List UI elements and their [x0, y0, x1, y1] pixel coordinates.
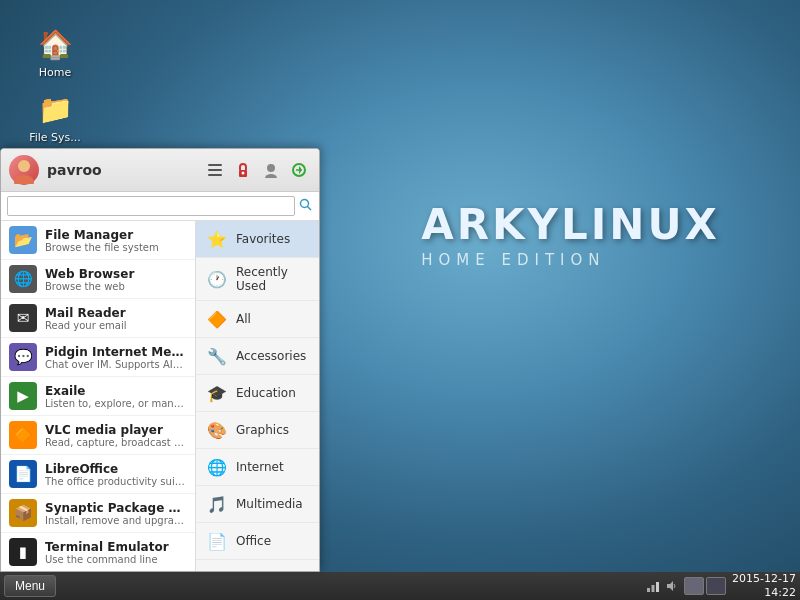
internet-icon: 🌐	[206, 456, 228, 478]
menu-body: 📂 File Manager Browse the file system 🌐 …	[1, 221, 319, 571]
all-icon: 🔶	[206, 308, 228, 330]
filesystem-label: File Sys...	[29, 131, 81, 144]
pidgin-icon: 💬	[9, 343, 37, 371]
start-button[interactable]: Menu	[4, 575, 56, 597]
web-browser-info: Web Browser Browse the web	[45, 267, 187, 292]
start-menu: pavroo	[0, 148, 320, 572]
terminal-info: Terminal Emulator Use the command line	[45, 540, 187, 565]
desktop: 🏠 Home 📁 File Sys... 🗑 Trash ARKYLINUX H…	[0, 0, 800, 600]
menu-search-bar	[1, 192, 319, 221]
svg-rect-2	[208, 164, 222, 166]
network-icon	[646, 579, 660, 593]
svg-point-7	[267, 164, 275, 172]
svg-point-6	[242, 172, 245, 175]
menu-header-icons	[203, 158, 311, 182]
taskbar-datetime: 2015-12-17 14:22	[732, 572, 796, 600]
svg-rect-3	[208, 169, 222, 171]
education-label: Education	[236, 386, 296, 400]
web-browser-icon: 🌐	[9, 265, 37, 293]
svg-point-1	[14, 175, 34, 184]
file-manager-desc: Browse the file system	[45, 242, 187, 253]
taskbar-btn-2[interactable]	[706, 577, 726, 595]
vlc-name: VLC media player	[45, 423, 187, 437]
terminal-desc: Use the command line	[45, 554, 187, 565]
logout-icon[interactable]	[287, 158, 311, 182]
mail-reader-icon: ✉	[9, 304, 37, 332]
app-item-file-manager[interactable]: 📂 File Manager Browse the file system	[1, 221, 195, 260]
cat-item-accessories[interactable]: 🔧 Accessories	[196, 338, 319, 375]
app-item-web-browser[interactable]: 🌐 Web Browser Browse the web	[1, 260, 195, 299]
synaptic-desc: Install, remove and upgrade...	[45, 515, 187, 526]
menu-settings-icon[interactable]	[203, 158, 227, 182]
web-browser-name: Web Browser	[45, 267, 187, 281]
cat-item-office[interactable]: 📄 Office	[196, 523, 319, 560]
taskbar-window-buttons	[684, 577, 726, 595]
pidgin-name: Pidgin Internet Messenger	[45, 345, 187, 359]
app-item-libreoffice[interactable]: 📄 LibreOffice The office productivity su…	[1, 455, 195, 494]
exaile-info: Exaile Listen to, explore, or manag...	[45, 384, 187, 409]
app-list: 📂 File Manager Browse the file system 🌐 …	[1, 221, 196, 571]
vlc-info: VLC media player Read, capture, broadcas…	[45, 423, 187, 448]
cat-item-all[interactable]: 🔶 All	[196, 301, 319, 338]
file-manager-info: File Manager Browse the file system	[45, 228, 187, 253]
lock-icon[interactable]	[231, 158, 255, 182]
synaptic-icon: 📦	[9, 499, 37, 527]
exaile-name: Exaile	[45, 384, 187, 398]
svg-rect-13	[652, 585, 655, 592]
svg-point-10	[301, 199, 309, 207]
libreoffice-name: LibreOffice	[45, 462, 187, 476]
svg-point-8	[265, 174, 277, 178]
accessories-label: Accessories	[236, 349, 306, 363]
favorites-icon: ⭐	[206, 228, 228, 250]
taskbar-right: 2015-12-17 14:22	[646, 572, 796, 600]
office-icon: 📄	[206, 530, 228, 552]
speaker-icon	[664, 579, 678, 593]
graphics-icon: 🎨	[206, 419, 228, 441]
app-item-pidgin[interactable]: 💬 Pidgin Internet Messenger Chat over IM…	[1, 338, 195, 377]
cat-item-graphics[interactable]: 🎨 Graphics	[196, 412, 319, 449]
graphics-label: Graphics	[236, 423, 289, 437]
cat-item-multimedia[interactable]: 🎵 Multimedia	[196, 486, 319, 523]
search-button[interactable]	[299, 198, 313, 215]
app-item-synaptic[interactable]: 📦 Synaptic Package Mana... Install, remo…	[1, 494, 195, 533]
cat-item-recently-used[interactable]: 🕐 Recently Used	[196, 258, 319, 301]
app-item-exaile[interactable]: ▶ Exaile Listen to, explore, or manag...	[1, 377, 195, 416]
cat-item-education[interactable]: 🎓 Education	[196, 375, 319, 412]
svg-rect-4	[208, 174, 222, 176]
recently-used-label: Recently Used	[236, 265, 309, 293]
pidgin-info: Pidgin Internet Messenger Chat over IM. …	[45, 345, 187, 370]
libreoffice-desc: The office productivity suite...	[45, 476, 187, 487]
taskbar-time: 14:22	[732, 586, 796, 600]
menu-user: pavroo	[9, 155, 102, 185]
mail-reader-desc: Read your email	[45, 320, 187, 331]
filesystem-icon: 📁	[35, 89, 75, 129]
cat-item-favorites[interactable]: ⭐ Favorites	[196, 221, 319, 258]
branding-subtitle: HOME EDITION	[421, 251, 720, 269]
app-item-terminal[interactable]: ▮ Terminal Emulator Use the command line	[1, 533, 195, 571]
vlc-icon: 🔶	[9, 421, 37, 449]
home-icon: 🏠	[35, 24, 75, 64]
app-item-mail-reader[interactable]: ✉ Mail Reader Read your email	[1, 299, 195, 338]
accessories-icon: 🔧	[206, 345, 228, 367]
multimedia-icon: 🎵	[206, 493, 228, 515]
app-item-vlc[interactable]: 🔶 VLC media player Read, capture, broadc…	[1, 416, 195, 455]
cat-item-settings[interactable]: ⚙ Settings	[196, 560, 319, 571]
desktop-icon-home[interactable]: 🏠 Home	[20, 20, 90, 83]
recently-used-icon: 🕐	[206, 268, 228, 290]
exaile-icon: ▶	[9, 382, 37, 410]
cat-item-internet[interactable]: 🌐 Internet	[196, 449, 319, 486]
favorites-label: Favorites	[236, 232, 290, 246]
category-list: ⭐ Favorites 🕐 Recently Used 🔶 All 🔧 Acce…	[196, 221, 319, 571]
taskbar-date: 2015-12-17	[732, 572, 796, 586]
search-input[interactable]	[7, 196, 295, 216]
svg-rect-14	[656, 582, 659, 592]
user-switch-icon[interactable]	[259, 158, 283, 182]
menu-header: pavroo	[1, 149, 319, 192]
libreoffice-icon: 📄	[9, 460, 37, 488]
synaptic-name: Synaptic Package Mana...	[45, 501, 187, 515]
desktop-icon-filesystem[interactable]: 📁 File Sys...	[20, 85, 90, 148]
systray	[646, 579, 678, 593]
taskbar-btn-1[interactable]	[684, 577, 704, 595]
settings-icon: ⚙	[206, 567, 228, 571]
terminal-icon: ▮	[9, 538, 37, 566]
